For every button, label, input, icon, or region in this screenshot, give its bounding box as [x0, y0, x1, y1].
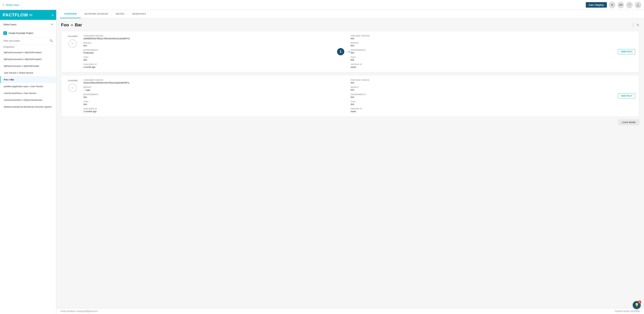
consumer-published-value: a month ago	[84, 66, 344, 68]
annotation-arrow-icon: →	[346, 49, 351, 54]
provider-tags-value: N/A	[350, 103, 611, 106]
consumer-version-value: a4ef860525e7062a179814a32efac31ad1d607c2	[84, 37, 344, 40]
page-title: Foo ∞ Bar	[61, 22, 82, 27]
logo-text: PACTFLOW	[3, 12, 28, 17]
pact-cards-list: Unverified − CONSUMER VERSION a4ef860525…	[61, 31, 639, 117]
header-left: ℹ What's New	[3, 3, 586, 7]
pact-status-0: Unverified −	[65, 35, 80, 68]
settings-button[interactable]: ⚙	[609, 2, 616, 8]
tab-matrix[interactable]: MATRIX	[112, 10, 128, 18]
consumer-published-label: PUBLISHED AT	[84, 63, 344, 65]
title-infinity-icon: ∞	[71, 23, 73, 27]
header-right: Can I Deploy ⚙ API ?	[586, 2, 641, 8]
chat-badge: 2	[638, 301, 641, 304]
pact-status-1: Unverified −	[65, 79, 80, 113]
user-button[interactable]	[635, 2, 641, 8]
provider-verified-label: VERIFIED AT	[350, 63, 611, 65]
sidebar: PACTFLOW ∞ « Select team ▾ + Create Exam…	[0, 10, 56, 314]
svg-point-0	[637, 4, 639, 5]
provider-verified-value: never	[350, 66, 611, 68]
provider-verified-value: never	[350, 110, 611, 113]
tab-webhooks[interactable]: WEBHOOKS	[128, 10, 150, 18]
info-icon: ℹ	[3, 3, 4, 7]
sidebar-nav-item-0[interactable]: MyPactConsumer4 ∞ MyOASProvider4	[0, 49, 56, 56]
sidebar-nav-item-2[interactable]: MyPactConsumer ∞ MyOASProvider	[0, 63, 56, 69]
consumer-branch-group: BRANCH ⑂main	[84, 86, 344, 91]
chat-fab-button[interactable]: 💡 2	[633, 301, 641, 309]
tab-bar: OVERVIEWNETWORK DIAGRAMMATRIXWEBHOOKS	[56, 10, 644, 18]
provider-branch-label: BRANCH	[350, 86, 611, 88]
sidebar-nav-item-4[interactable]: Foo ∞ Bar	[0, 76, 56, 83]
sidebar-nav-item-3[interactable]: User Service ∞ Tenant Service	[0, 69, 56, 76]
consumer-branch-group: BRANCH N/A	[84, 42, 344, 47]
consumer-tags-group: TAGS N/A	[84, 101, 344, 106]
api-button[interactable]: API	[618, 2, 624, 8]
annotation-number-circle: 1	[337, 48, 344, 55]
provider-environments-value: N/A	[350, 96, 611, 98]
pact-action-0: VIEW PACT	[615, 35, 635, 68]
create-example-row[interactable]: + Create Example Project	[0, 29, 56, 37]
provider-tags-group: TAGS N/A	[350, 101, 611, 106]
minus-icon: −	[71, 85, 74, 90]
consumer-environments-group: ENVIRONMENTS Production	[84, 49, 344, 54]
sidebar-collapse-button[interactable]: «	[52, 13, 54, 17]
sidebar-nav-item-1[interactable]: MyPactConsumer3 ∞ MyOASProvider3	[0, 56, 56, 63]
consumer-published-value: 2 months ago	[84, 110, 344, 113]
page-title-row: Foo ∞ Bar ⋮ ↻	[61, 22, 639, 27]
provider-branch-value: N/A	[350, 89, 611, 91]
select-team-label: Select team	[3, 23, 16, 26]
consumer-tags-label: TAGS	[84, 56, 344, 58]
more-options-button[interactable]: ⋮	[631, 23, 635, 27]
pact-details-1: CONSUMER VERSION 2b42c52ffdce95b4b410047…	[84, 79, 611, 113]
provider-tags-group: TAGS N/A	[350, 56, 611, 61]
consumer-version-group: CONSUMER VERSION 2b42c52ffdce95b4b410047…	[84, 79, 344, 84]
provider-environments-value: N/A	[350, 51, 611, 54]
provider-verified-group: VERIFIED AT never	[350, 108, 611, 113]
help-button[interactable]: ?	[626, 2, 633, 8]
select-team-row[interactable]: Select team ▾	[0, 20, 56, 29]
whats-new-link[interactable]: What's New	[6, 3, 19, 6]
provider-verified-label: VERIFIED AT	[350, 108, 611, 110]
filter-input[interactable]	[3, 39, 48, 42]
consumer-tags-label: TAGS	[84, 101, 344, 103]
load-more-button[interactable]: LOAD MORE	[618, 119, 639, 125]
consumer-version-group: CONSUMER VERSION a4ef860525e7062a179814a…	[84, 35, 344, 40]
sidebar-nav-item-7[interactable]: UserServiceClient ∞ PythonUserService	[0, 97, 56, 103]
status-label-0: Unverified	[68, 35, 78, 37]
sidebar-nav-item-8[interactable]: bethtest-example-bi-directional-consumer…	[0, 103, 56, 110]
footer-version: Pactflow Version: 0a1215f5c	[615, 310, 640, 312]
provider-verified-group: VERIFIED AT never	[350, 63, 611, 68]
load-more-row: LOAD MORE	[61, 119, 639, 125]
page-actions: ⋮ ↻	[631, 23, 639, 27]
sidebar-nav-item-5[interactable]: pactflow-application-saas ∞ User Service	[0, 83, 56, 90]
chat-icon: 💡	[634, 303, 639, 307]
app-body: PACTFLOW ∞ « Select team ▾ + Create Exam…	[0, 10, 644, 314]
provider-version-label: PROVIDER VERSION	[350, 79, 611, 81]
pact-card-1: Unverified − CONSUMER VERSION 2b42c52ffd…	[61, 75, 639, 117]
sidebar-content: Select team ▾ + Create Example Project 🔍…	[0, 20, 56, 314]
main-content: Foo ∞ Bar ⋮ ↻ Unverified − CONSUMER VERS…	[56, 18, 644, 308]
main-panel: OVERVIEWNETWORK DIAGRAMMATRIXWEBHOOKS Fo…	[56, 10, 644, 314]
page-footer: Candy Goodison <candy.g24@gmail.com> Pac…	[56, 308, 644, 314]
view-pact-button-0[interactable]: VIEW PACT	[618, 49, 635, 54]
provider-branch-group: BRANCH N/A	[350, 42, 611, 47]
tab-overview[interactable]: OVERVIEW	[60, 10, 80, 18]
provider-tags-label: TAGS	[350, 56, 611, 58]
page-title-right: Bar	[75, 22, 82, 27]
can-deploy-button[interactable]: Can I Deploy	[586, 2, 607, 8]
sidebar-header: PACTFLOW ∞ «	[0, 10, 56, 20]
provider-version-label: PROVIDER VERSION	[350, 35, 611, 37]
consumer-published-group: PUBLISHED AT a month ago	[84, 63, 344, 68]
consumer-tags-value: N/A	[84, 59, 344, 61]
consumer-environments-value: N/A	[84, 96, 344, 98]
refresh-button[interactable]: ↻	[636, 23, 639, 27]
sidebar-nav-item-6[interactable]: UserServiceClient ∞ User Service	[0, 90, 56, 97]
provider-environments-label: ENVIRONMENTS	[350, 49, 611, 51]
consumer-published-group: PUBLISHED AT 2 months ago	[84, 108, 344, 113]
pact-action-1: VIEW PACT	[615, 79, 635, 113]
annotation-bubble: 1 →	[337, 48, 351, 55]
provider-branch-group: BRANCH N/A	[350, 86, 611, 91]
provider-environments-label: ENVIRONMENTS	[350, 94, 611, 95]
tab-network-diagram[interactable]: NETWORK DIAGRAM	[80, 10, 112, 18]
view-pact-button-1[interactable]: VIEW PACT	[618, 93, 635, 99]
